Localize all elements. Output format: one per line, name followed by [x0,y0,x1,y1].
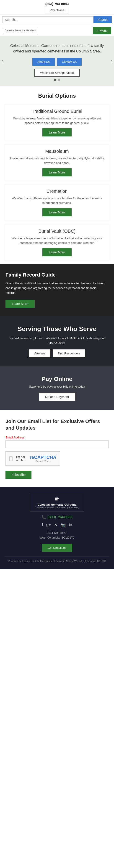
burial-card-mausoleum-title: Mausoleum [8,149,106,154]
footer-phone: 📞 (803) 794-8083 [4,515,110,519]
burial-options-title: Burial Options [0,86,114,101]
burial-card-cremation: Cremation We offer many different option… [4,184,110,221]
slider-arrow-left[interactable]: ‹ [1,58,3,64]
burial-options-section: Burial Options Traditional Ground Burial… [0,86,114,261]
menu-button[interactable]: ≡ Menu [93,27,111,34]
learn-more-ground-button[interactable]: Learn More [42,128,72,136]
about-us-button[interactable]: About Us [32,58,54,66]
serving-section: Serving Those Who Serve You risk everyth… [0,316,114,367]
pay-online-top-button[interactable]: Pay Online [45,7,69,13]
dot-2[interactable] [58,79,60,81]
footer-logo-title: Celestial Memorial Gardens [35,503,79,506]
learn-more-vault-button[interactable]: Learn More [42,248,72,256]
slider-dots [54,79,60,81]
serving-buttons: Veterans First Responders [5,349,109,358]
burial-card-cremation-text: We offer many different options to our f… [8,196,106,205]
googleplus-icon[interactable]: g+ [46,522,51,527]
email-required-star: * [24,436,25,439]
learn-more-mausoleum-button[interactable]: Learn More [42,168,72,177]
twitter-icon[interactable]: ✕ [54,522,58,527]
facebook-icon[interactable]: f [42,522,43,527]
pay-online-title: Pay Online [5,375,109,382]
linkedin-icon[interactable]: in [69,522,72,527]
hero-buttons: About Us Contact Us [32,58,82,66]
make-payment-button[interactable]: Make a Payment [39,393,75,401]
family-record-text: One of the most difficult burdens that s… [5,281,109,295]
footer-logo: 🏛 Celestial Memorial Gardens Columbia's … [30,494,84,512]
serving-text: You risk everything for us... We want to… [5,336,109,345]
watch-video-button[interactable]: Watch Pre-Arrange Video [34,69,79,77]
menu-label: Menu [100,29,108,32]
top-bar: (803) 794-8083 Pay Online [0,0,114,14]
first-responders-button[interactable]: First Responders [53,349,85,358]
email-section-title: Join Our Email List for Exclusive Offers… [5,418,109,431]
recaptcha-widget: I'm not a robot reCAPTCHA Privacy - Term… [5,452,60,466]
burial-card-ground-text: We strive to keep family and friends tog… [8,116,106,125]
learn-more-cremation-button[interactable]: Learn More [42,208,72,216]
logo-area: Celestial Memorial Gardens [3,28,38,33]
recaptcha-checkbox[interactable] [9,456,13,461]
burial-card-cremation-title: Cremation [8,189,106,194]
burial-card-vault-text: We offer a large assortment of burial va… [8,236,106,245]
pay-online-section: Pay Online Save time by paying your bill… [0,367,114,410]
get-directions-button[interactable]: Get Directions [42,544,72,552]
pay-online-subtitle: Save time by paying your bills online to… [5,385,109,388]
burial-card-ground-title: Traditional Ground Burial [8,109,106,114]
family-record-button[interactable]: Learn More [5,300,35,308]
logo-text: Celestial Memorial Gardens [5,29,36,32]
contact-us-button[interactable]: Contact Us [57,58,82,66]
recaptcha-logo-icon: reCAPTCHA [30,455,56,460]
family-record-title: Family Record Guide [5,272,109,278]
burial-card-vault: Burial Vault (OBC) We offer a large asso… [4,224,110,261]
hero-slider: ‹ Celestial Memorial Gardens remains one… [0,36,114,86]
recaptcha-logo-area: reCAPTCHA Privacy - Terms [30,455,56,462]
email-label: Email Address* [5,436,109,439]
search-input[interactable] [2,17,93,23]
logo: Celestial Memorial Gardens [3,28,38,33]
footer-social: f g+ ✕ 📷 in [4,522,110,527]
burial-card-mausoleum-text: Above ground entombment is clean, dry an… [8,156,106,165]
footer-bottom-text: Powered by Fission Content Management Sy… [4,556,110,562]
recaptcha-label: I'm not a robot [16,455,26,462]
email-section: Join Our Email List for Exclusive Offers… [0,410,114,487]
family-record-section: Family Record Guide One of the most diff… [0,264,114,316]
recaptcha-privacy-text: Privacy - Terms [30,460,56,462]
menu-icon: ≡ [96,29,98,32]
dot-1[interactable] [54,79,56,81]
subscribe-button[interactable]: Subscribe [5,471,31,479]
top-phone: (803) 794-8083 [0,2,114,6]
footer-address: 3111 Delree St,West Columbia, SC 29170 [4,531,110,540]
instagram-icon[interactable]: 📷 [61,522,66,527]
burial-card-ground: Traditional Ground Burial We strive to k… [4,104,110,141]
footer: 🏛 Celestial Memorial Gardens Columbia's … [0,487,114,569]
veterans-button[interactable]: Veterans [29,349,50,358]
slider-arrow-right[interactable]: › [111,58,113,64]
footer-logo-subtitle: Columbia's Most Accommodating Cemetery [35,506,79,509]
search-bar: Search [0,14,114,25]
burial-card-vault-title: Burial Vault (OBC) [8,229,106,234]
phone-icon: 📞 [42,515,46,519]
hero-text: Celestial Memorial Gardens remains one o… [7,43,107,54]
email-input[interactable] [5,440,109,448]
search-button[interactable]: Search [93,17,112,23]
burial-card-mausoleum: Mausoleum Above ground entombment is cle… [4,144,110,181]
nav-bar: Celestial Memorial Gardens ≡ Menu [0,25,114,36]
footer-logo-icon: 🏛 [35,497,79,502]
serving-title: Serving Those Who Serve [5,325,109,333]
